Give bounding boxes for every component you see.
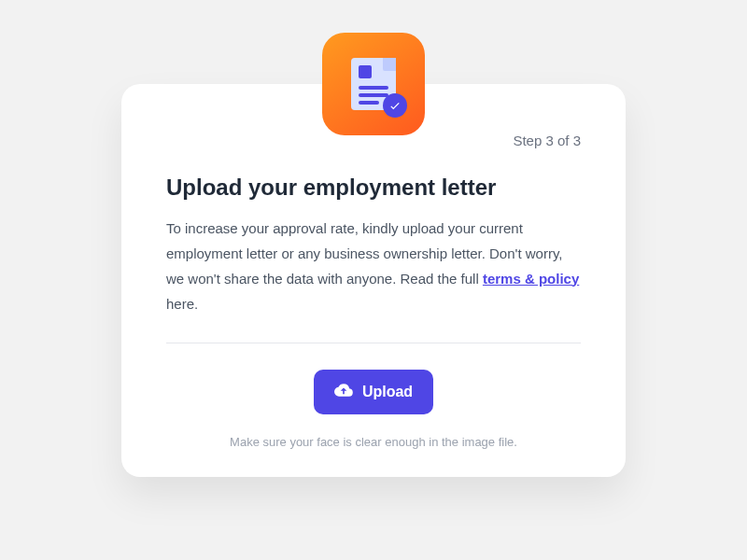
description: To increase your approval rate, kindly u… xyxy=(166,216,581,316)
divider xyxy=(166,343,581,343)
page-title: Upload your employment letter xyxy=(166,175,581,201)
cloud-upload-icon xyxy=(334,381,353,403)
checkmark-badge-icon xyxy=(383,93,407,118)
upload-button[interactable]: Upload xyxy=(314,370,433,414)
hint-text: Make sure your face is clear enough in t… xyxy=(166,435,581,449)
document-verified-icon xyxy=(322,33,425,135)
upload-button-label: Upload xyxy=(362,384,413,400)
description-suffix: here. xyxy=(166,296,198,312)
terms-policy-link[interactable]: terms & policy xyxy=(483,271,579,287)
upload-card: Step 3 of 3 Upload your employment lette… xyxy=(121,84,626,477)
